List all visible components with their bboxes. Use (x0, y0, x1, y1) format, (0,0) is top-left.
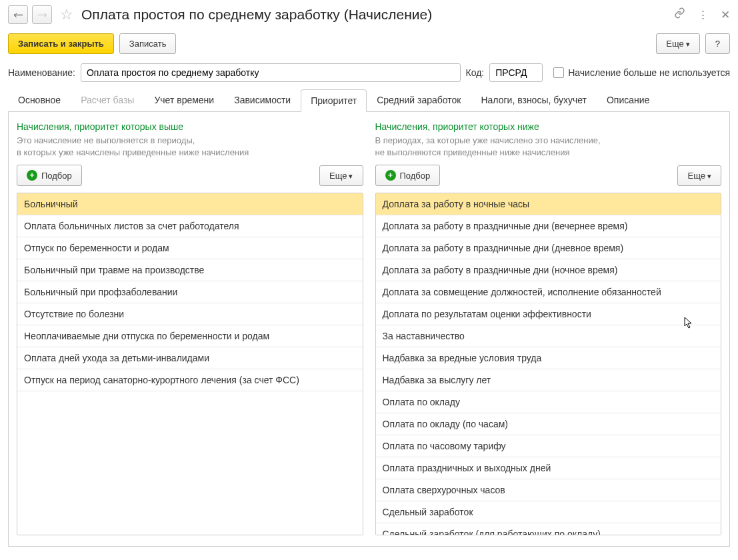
write-button[interactable]: Записать (119, 33, 177, 54)
lower-section-title: Начисления, приоритет которых ниже (375, 121, 722, 132)
list-item[interactable]: Оплата по часовому тарифу (376, 435, 721, 457)
priority-pane: Начисления, приоритет которых выше Это н… (8, 112, 730, 547)
list-item[interactable]: Сдельный заработок (376, 501, 721, 523)
tab-7[interactable]: Описание (597, 89, 659, 111)
list-item[interactable]: Оплата по окладу (376, 391, 721, 413)
nav-forward-button: 🡒 (32, 5, 52, 24)
list-item[interactable]: Отсутствие по болезни (17, 303, 363, 325)
list-item[interactable]: Доплата за работу в праздничные дни (веч… (376, 215, 721, 237)
list-item[interactable]: Больничный (17, 193, 363, 215)
higher-priority-column: Начисления, приоритет которых выше Это н… (17, 121, 363, 535)
lower-selection-button[interactable]: + Подбор (375, 165, 441, 186)
tab-4[interactable]: Приоритет (301, 89, 367, 112)
lower-list[interactable]: Доплата за работу в ночные часыДоплата з… (375, 193, 722, 535)
plus-icon: + (385, 170, 396, 181)
list-item[interactable]: Отпуск по беременности и родам (17, 237, 363, 259)
name-field[interactable] (81, 63, 461, 82)
tab-5[interactable]: Средний заработок (367, 89, 471, 111)
lower-priority-column: Начисления, приоритет которых ниже В пер… (375, 121, 722, 535)
list-item[interactable]: Оплата сверхурочных часов (376, 479, 721, 501)
list-item[interactable]: Сдельный заработок (для работающих по ок… (376, 523, 721, 535)
help-button[interactable]: ? (705, 33, 730, 54)
list-item[interactable]: Больничный при профзаболевании (17, 281, 363, 303)
code-label: Код: (466, 67, 485, 78)
list-item[interactable]: Доплата по результатам оценки эффективно… (376, 303, 721, 325)
more-button[interactable]: Еще (656, 33, 700, 54)
lower-section-desc: В периодах, за которые уже начислено это… (375, 135, 722, 158)
name-label: Наименование: (8, 67, 75, 78)
code-field[interactable] (489, 63, 543, 82)
not-used-label: Начисление больше не используется (568, 67, 730, 78)
nav-back-button[interactable]: 🡐 (8, 5, 28, 24)
higher-list[interactable]: БольничныйОплата больничных листов за сч… (17, 193, 363, 535)
tab-bar: ОсновноеРасчет базыУчет времениЗависимос… (8, 89, 730, 112)
close-icon[interactable]: ✕ (721, 8, 730, 22)
titlebar: 🡐 🡒 ☆ Оплата простоя по среднему заработ… (8, 5, 730, 31)
list-item[interactable]: Надбавка за выслугу лет (376, 369, 721, 391)
main-toolbar: Записать и закрыть Записать Еще ? (8, 31, 730, 63)
list-item[interactable]: Доплата за работу в праздничные дни (дне… (376, 237, 721, 259)
list-item[interactable]: Оплата больничных листов за счет работод… (17, 215, 363, 237)
tab-3[interactable]: Зависимости (224, 89, 301, 111)
favorite-star-icon[interactable]: ☆ (56, 6, 77, 23)
plus-icon: + (27, 170, 37, 181)
form-row-name: Наименование: Код: Начисление больше не … (8, 63, 730, 89)
kebab-menu-icon[interactable]: ⋮ (697, 8, 709, 22)
write-and-close-button[interactable]: Записать и закрыть (8, 33, 114, 54)
not-used-checkbox[interactable] (553, 67, 564, 78)
higher-more-button[interactable]: Еще (319, 165, 363, 186)
list-item[interactable]: Больничный при травме на производстве (17, 259, 363, 281)
list-item[interactable]: Доплата за работу в ночные часы (376, 193, 721, 215)
higher-section-title: Начисления, приоритет которых выше (17, 121, 363, 132)
list-item[interactable]: Оплата праздничных и выходных дней (376, 457, 721, 479)
tab-2[interactable]: Учет времени (144, 89, 224, 111)
tab-6[interactable]: Налоги, взносы, бухучет (471, 89, 597, 111)
higher-section-desc: Это начисление не выполняется в периоды,… (17, 135, 363, 158)
lower-more-button[interactable]: Еще (677, 165, 721, 186)
link-icon[interactable] (674, 7, 685, 22)
list-item[interactable]: Отпуск на период санаторно-курортного ле… (17, 369, 363, 391)
list-item[interactable]: Неоплачиваемые дни отпуска по беременнос… (17, 325, 363, 347)
list-item[interactable]: За наставничество (376, 325, 721, 347)
list-item[interactable]: Надбавка за вредные условия труда (376, 347, 721, 369)
tab-1: Расчет базы (71, 89, 144, 111)
page-title: Оплата простоя по среднему заработку (На… (81, 7, 670, 23)
list-item[interactable]: Доплата за работу в праздничные дни (ноч… (376, 259, 721, 281)
list-item[interactable]: Оплата дней ухода за детьми-инвалидами (17, 347, 363, 369)
list-item[interactable]: Доплата за совмещение должностей, исполн… (376, 281, 721, 303)
list-item[interactable]: Оплата по окладу (по часам) (376, 413, 721, 435)
tab-0[interactable]: Основное (8, 89, 71, 111)
higher-selection-button[interactable]: + Подбор (17, 165, 82, 186)
